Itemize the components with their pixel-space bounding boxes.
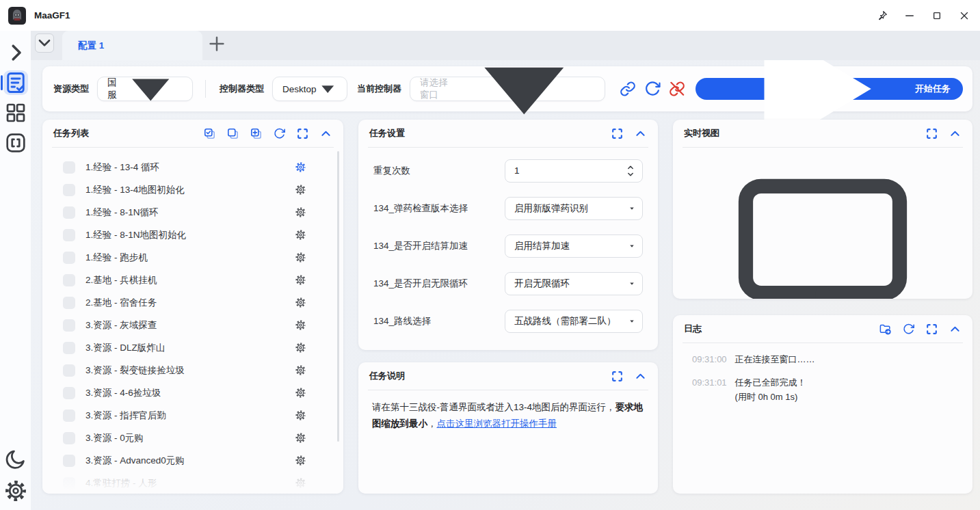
setting-select[interactable]: 五战路线（需部署二队） (505, 310, 643, 333)
task-gear-icon[interactable] (295, 274, 306, 286)
tab-label: 配置 1 (78, 40, 104, 52)
task-checkbox[interactable] (63, 184, 75, 196)
expand-panel-icon[interactable] (925, 127, 938, 140)
task-row[interactable]: 3.资源 - 指挥官后勤 (42, 404, 343, 427)
task-label: 3.资源 - 0元购 (85, 432, 305, 444)
task-checkbox[interactable] (63, 161, 75, 174)
refresh-icon[interactable] (644, 80, 661, 98)
task-gear-icon[interactable] (295, 319, 306, 331)
refresh-log-icon[interactable] (902, 323, 915, 336)
task-checkbox[interactable] (63, 319, 75, 332)
window-select[interactable]: 请选择窗口 (410, 77, 605, 101)
task-gear-icon[interactable] (295, 477, 306, 489)
task-checkbox[interactable] (63, 297, 75, 309)
collapse-panel-icon[interactable] (634, 127, 647, 140)
log-message: 正在连接至窗口…… (735, 353, 815, 367)
task-checkbox[interactable] (63, 342, 75, 354)
theme-toggle-moon-icon[interactable] (3, 447, 28, 472)
select-all-icon[interactable] (203, 127, 216, 140)
task-gear-icon[interactable] (295, 364, 306, 376)
task-row[interactable]: 1.经验 - 8-1N循环 (42, 201, 343, 224)
task-row[interactable]: 3.资源 - Advanced0元购 (42, 449, 343, 472)
task-gear-icon[interactable] (295, 387, 306, 399)
task-gear-icon[interactable] (295, 184, 306, 196)
monitor-icon (720, 148, 925, 299)
add-task-icon[interactable] (250, 127, 263, 140)
caret-down-icon (628, 205, 635, 212)
collapse-panel-icon[interactable] (949, 127, 962, 140)
disconnected-link-off-icon[interactable] (668, 80, 686, 98)
task-gear-icon[interactable] (295, 342, 306, 353)
task-gear-icon[interactable] (295, 432, 306, 444)
sidebar-item-recorder[interactable] (3, 131, 28, 155)
task-checkbox[interactable] (63, 364, 75, 377)
settings-gear-icon[interactable] (3, 479, 28, 503)
deselect-all-icon[interactable] (226, 127, 239, 140)
task-row[interactable]: 3.资源 - DLZ版炸山 (42, 336, 343, 359)
setting-row: 134_是否开启无限循环开启无限循环 (373, 265, 643, 302)
task-gear-icon[interactable] (295, 229, 306, 241)
task-row[interactable]: 3.资源 - 裂变链接捡垃圾 (42, 359, 343, 381)
resource-type-select[interactable]: 国服 (97, 77, 193, 101)
sidebar-item-modules[interactable] (3, 100, 28, 125)
task-row[interactable]: 1.经验 - 13-4 循环 (42, 156, 343, 178)
task-gear-icon[interactable] (295, 206, 306, 218)
sidebar-expand-button[interactable] (3, 40, 28, 65)
setting-select[interactable]: 启用新版弹药识别 (505, 197, 643, 220)
export-log-folder-icon[interactable] (879, 323, 892, 336)
start-task-button[interactable]: 开始任务 (696, 78, 963, 100)
expand-panel-icon[interactable] (611, 370, 624, 383)
task-checkbox[interactable] (63, 455, 75, 467)
task-row[interactable]: 3.资源 - 4-6捡垃圾 (42, 381, 343, 404)
connect-link-icon[interactable] (619, 80, 637, 98)
caret-down-icon (117, 60, 185, 122)
task-checkbox[interactable] (63, 477, 75, 489)
task-checkbox[interactable] (63, 432, 75, 444)
task-row[interactable]: 2.基地 - 宿舍任务 (42, 291, 343, 314)
task-row[interactable]: 1.经验 - 13-4地图初始化 (42, 178, 343, 201)
manual-link[interactable]: 点击这里浏览器打开操作手册 (437, 418, 557, 429)
log-body: 09:31:00正在连接至窗口……09:31:01任务已全部完成！(用时 0h … (673, 343, 972, 494)
task-row[interactable]: 4.常驻打捞 - 人形 (42, 472, 343, 494)
task-gear-icon[interactable] (295, 161, 306, 173)
sidebar-item-tasks[interactable] (3, 70, 28, 95)
maximize-icon[interactable] (931, 10, 943, 22)
setting-select[interactable]: 开启无限循环 (505, 272, 643, 295)
task-checkbox[interactable] (63, 206, 75, 219)
collapse-panel-icon[interactable] (634, 370, 647, 383)
setting-select[interactable]: 启用结算加速 (505, 234, 643, 258)
task-row[interactable]: 1.经验 - 跑步机 (42, 246, 343, 269)
task-checkbox[interactable] (63, 229, 75, 241)
collapse-panel-icon[interactable] (949, 323, 962, 336)
task-gear-icon[interactable] (295, 297, 306, 308)
task-checkbox[interactable] (63, 252, 75, 264)
expand-panel-icon[interactable] (925, 323, 938, 336)
add-tab-button[interactable] (207, 33, 227, 54)
task-gear-icon[interactable] (295, 252, 306, 263)
task-checkbox[interactable] (63, 410, 75, 422)
task-gear-icon[interactable] (295, 455, 306, 466)
expand-panel-icon[interactable] (611, 127, 624, 140)
scrollbar[interactable] (337, 151, 339, 442)
tab-config-1[interactable]: 配置 1 (62, 31, 202, 60)
task-row[interactable]: 2.基地 - 兵棋挂机 (42, 269, 343, 291)
task-gear-icon[interactable] (295, 410, 306, 421)
expand-panel-icon[interactable] (296, 127, 309, 140)
setting-value: 启用新版弹药识别 (514, 202, 628, 215)
refresh-list-icon[interactable] (273, 127, 286, 140)
number-input[interactable]: 1 (505, 159, 643, 183)
close-icon[interactable] (958, 10, 970, 22)
description-normal-text: 请在第十三战役-普通界面或者进入13-4地图后的界面运行， (372, 402, 615, 412)
pin-icon[interactable] (876, 10, 888, 22)
config-dropdown-button[interactable] (35, 33, 54, 53)
minimize-icon[interactable] (903, 10, 916, 22)
collapse-panel-icon[interactable] (319, 127, 332, 140)
task-row[interactable]: 3.资源 - 灰域探查 (42, 314, 343, 336)
task-row[interactable]: 3.资源 - 0元购 (42, 427, 343, 449)
task-checkbox[interactable] (63, 274, 75, 286)
task-checkbox[interactable] (63, 387, 75, 399)
task-row[interactable]: 1.经验 - 8-1N地图初始化 (42, 224, 343, 246)
task-label: 3.资源 - 指挥官后勤 (85, 410, 305, 422)
number-spinner[interactable] (626, 163, 635, 178)
controller-type-select[interactable]: Desktop (272, 77, 347, 101)
